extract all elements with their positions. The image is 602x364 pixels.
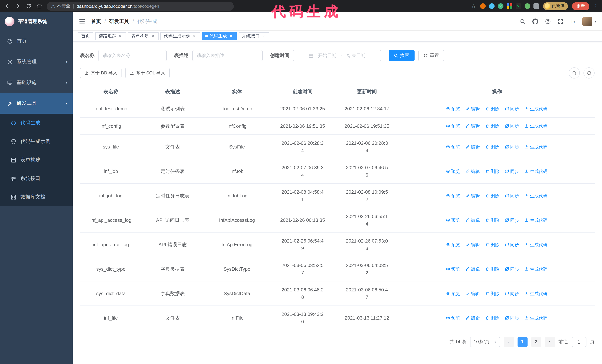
sync-link[interactable]: 同步 xyxy=(505,217,519,223)
extension-leaf-icon[interactable] xyxy=(524,3,530,9)
edit-link[interactable]: 编辑 xyxy=(466,123,480,129)
sidebar-item-codegen-example[interactable]: 代码生成示例 xyxy=(0,132,73,151)
generate-code-link[interactable]: 生成代码 xyxy=(525,241,548,248)
breadcrumb-devtools[interactable]: 研发工具 xyxy=(101,18,129,25)
table-name-input[interactable] xyxy=(98,50,167,61)
date-range-picker[interactable]: 开始日期 - 结束日期 xyxy=(293,50,381,61)
address-bar[interactable]: ⚠ 不安全 dashboard.yudao.iocoder.cn/tool/co… xyxy=(47,2,234,10)
tab-home[interactable]: 首页 xyxy=(78,32,93,40)
preview-link[interactable]: 预览 xyxy=(446,315,460,321)
sync-link[interactable]: 同步 xyxy=(505,168,519,175)
edit-link[interactable]: 编辑 xyxy=(466,266,480,272)
close-icon[interactable] xyxy=(192,34,197,39)
delete-link[interactable]: 删除 xyxy=(485,105,499,112)
preview-link[interactable]: 预览 xyxy=(446,144,460,150)
edit-link[interactable]: 编辑 xyxy=(466,105,480,112)
search-button[interactable]: 搜索 xyxy=(389,50,415,61)
fullscreen-icon[interactable] xyxy=(557,18,564,24)
tab-system-api[interactable]: 系统接口 xyxy=(239,32,269,40)
user-avatar[interactable] xyxy=(582,16,592,26)
delete-link[interactable]: 删除 xyxy=(485,217,499,223)
delete-link[interactable]: 删除 xyxy=(485,168,499,175)
home-icon[interactable] xyxy=(36,3,43,10)
preview-link[interactable]: 预览 xyxy=(446,123,460,129)
help-icon[interactable] xyxy=(545,18,551,24)
preview-link[interactable]: 预览 xyxy=(446,241,460,248)
tab-trace[interactable]: 链路追踪 xyxy=(95,32,126,40)
import-sql-button[interactable]: 基于 SQL 导入 xyxy=(125,68,170,78)
generate-code-link[interactable]: 生成代码 xyxy=(525,105,548,112)
sidebar-item-system-api[interactable]: 系统接口 xyxy=(0,169,73,188)
edit-link[interactable]: 编辑 xyxy=(466,168,480,175)
chrome-update-button[interactable]: 更新 xyxy=(572,2,589,10)
next-page-button[interactable]: › xyxy=(545,337,555,347)
extension-puzzle-icon[interactable] xyxy=(533,3,539,9)
forward-icon[interactable] xyxy=(14,3,21,10)
extension-drop-icon[interactable] xyxy=(489,3,494,9)
sync-link[interactable]: 同步 xyxy=(505,123,519,129)
generate-code-link[interactable]: 生成代码 xyxy=(525,192,548,199)
sidebar-toggle-icon[interactable] xyxy=(78,18,86,25)
app-logo[interactable]: 芋道管理系统 xyxy=(0,12,73,31)
goto-page-input[interactable] xyxy=(571,337,586,347)
sidebar-item-home[interactable]: 首页 xyxy=(0,31,73,52)
sync-link[interactable]: 同步 xyxy=(505,241,519,248)
sync-link[interactable]: 同步 xyxy=(505,266,519,272)
sidebar-item-codegen[interactable]: 代码生成 xyxy=(0,114,73,132)
browser-menu-icon[interactable]: ⋮ xyxy=(593,3,598,9)
import-db-button[interactable]: 基于 DB 导入 xyxy=(80,68,122,78)
page-size-select[interactable]: 10条/页 ▾ xyxy=(470,337,500,347)
font-size-icon[interactable]: TT xyxy=(570,18,576,24)
extension-terminal-icon[interactable]: > xyxy=(516,3,521,9)
github-icon[interactable] xyxy=(532,18,538,24)
sidebar-item-form-builder[interactable]: 表单构建 xyxy=(0,151,73,169)
generate-code-link[interactable]: 生成代码 xyxy=(525,168,548,175)
sync-link[interactable]: 同步 xyxy=(505,105,519,112)
preview-link[interactable]: 预览 xyxy=(446,290,460,297)
edit-link[interactable]: 编辑 xyxy=(466,192,480,199)
extension-grid-icon[interactable] xyxy=(507,3,512,9)
back-icon[interactable] xyxy=(4,3,10,10)
toggle-search-button[interactable] xyxy=(569,67,580,79)
page-button-2[interactable]: 2 xyxy=(531,337,541,347)
preview-link[interactable]: 预览 xyxy=(446,168,460,175)
close-icon[interactable] xyxy=(118,34,123,39)
sync-link[interactable]: 同步 xyxy=(505,192,519,199)
sync-link[interactable]: 同步 xyxy=(505,144,519,150)
edit-link[interactable]: 编辑 xyxy=(466,241,480,248)
sync-link[interactable]: 同步 xyxy=(505,290,519,297)
search-icon[interactable] xyxy=(520,18,526,24)
preview-link[interactable]: 预览 xyxy=(446,217,460,223)
generate-code-link[interactable]: 生成代码 xyxy=(525,144,548,150)
generate-code-link[interactable]: 生成代码 xyxy=(525,315,548,321)
sync-link[interactable]: 同步 xyxy=(505,315,519,321)
sidebar-item-infra[interactable]: 基础设施 ▾ xyxy=(0,72,73,93)
reload-icon[interactable] xyxy=(25,3,32,10)
extension-fox-icon[interactable] xyxy=(480,3,485,9)
delete-link[interactable]: 删除 xyxy=(485,290,499,297)
delete-link[interactable]: 删除 xyxy=(485,144,499,150)
table-desc-input[interactable] xyxy=(192,50,263,61)
sidebar-item-system[interactable]: 系统管理 ▾ xyxy=(0,52,73,72)
tab-codegen-example[interactable]: 代码生成示例 xyxy=(161,32,200,40)
tab-codegen[interactable]: 代码生成 xyxy=(202,32,237,40)
preview-link[interactable]: 预览 xyxy=(446,192,460,199)
delete-link[interactable]: 删除 xyxy=(485,241,499,248)
tab-form-builder[interactable]: 表单构建 xyxy=(128,32,159,40)
close-icon[interactable] xyxy=(229,34,233,39)
close-icon[interactable] xyxy=(261,34,266,39)
edit-link[interactable]: 编辑 xyxy=(466,217,480,223)
close-icon[interactable] xyxy=(150,34,155,39)
reset-button[interactable]: 重置 xyxy=(418,50,444,61)
delete-link[interactable]: 删除 xyxy=(485,266,499,272)
edit-link[interactable]: 编辑 xyxy=(466,290,480,297)
bookmark-star-icon[interactable]: ☆ xyxy=(471,3,476,9)
delete-link[interactable]: 删除 xyxy=(485,315,499,321)
generate-code-link[interactable]: 生成代码 xyxy=(525,266,548,272)
preview-link[interactable]: 预览 xyxy=(446,105,460,112)
security-warning[interactable]: ⚠ 不安全 xyxy=(51,3,70,9)
breadcrumb-home[interactable]: 首页 xyxy=(91,18,101,25)
generate-code-link[interactable]: 生成代码 xyxy=(525,290,548,297)
sync-paused-badge[interactable]: 已暂停 xyxy=(543,2,568,10)
page-button-1[interactable]: 1 xyxy=(517,337,527,347)
